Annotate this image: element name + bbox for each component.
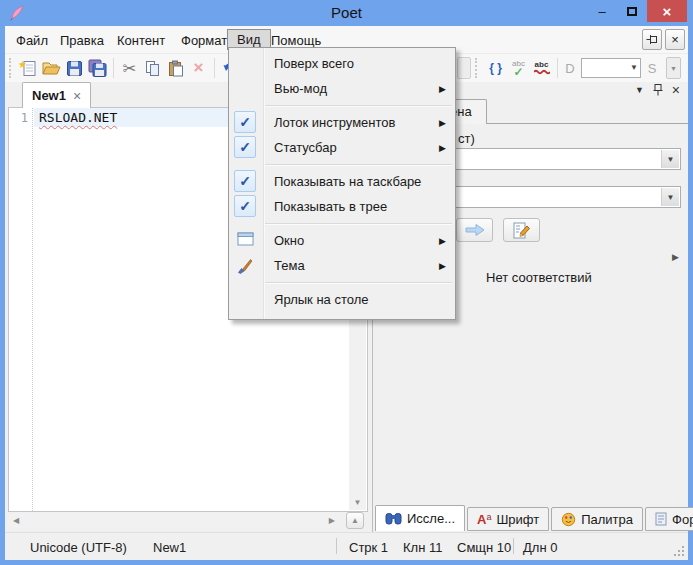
horizontal-scrollbar[interactable]: ◀ ▶	[9, 512, 339, 529]
tab-format[interactable]: Формат	[645, 507, 693, 531]
combo-arrow-icon[interactable]: ▼	[661, 188, 679, 206]
new-file-button[interactable]: ★	[17, 56, 40, 80]
menu-item-topmost[interactable]: Поверх всего	[229, 51, 455, 76]
panel-pin-icon[interactable]	[653, 84, 663, 96]
menu-item-label: Показывать на таскбаре	[274, 174, 421, 189]
toolbar-button-partial[interactable]	[457, 57, 471, 79]
delete-icon: ×	[194, 58, 204, 78]
menu-separator	[265, 164, 452, 165]
scroll-left-icon[interactable]: ◀	[13, 513, 19, 528]
submenu-arrow-icon: ▶	[439, 118, 446, 128]
arrow-right-icon	[464, 223, 486, 237]
resize-grip[interactable]	[673, 545, 685, 557]
s-button[interactable]: S	[644, 56, 660, 80]
status-offset: Смщн 10	[457, 540, 511, 555]
tab-close-icon[interactable]: ×	[73, 88, 81, 104]
menu-separator	[265, 223, 452, 224]
menu-item-show-taskbar[interactable]: ✓ Показывать на таскбаре	[229, 169, 455, 194]
menu-item-desktop-shortcut[interactable]: Ярлык на столе	[229, 287, 455, 312]
toolbar-grip[interactable]	[9, 58, 14, 78]
editor-text[interactable]: RSLOAD.NET	[39, 110, 117, 125]
scroll-right-icon[interactable]: ▶	[329, 513, 335, 528]
submenu-arrow-icon: ▶	[439, 143, 446, 153]
scroll-down-icon[interactable]: ▼	[354, 495, 362, 510]
menu-item-label: Тема	[274, 258, 305, 273]
submenu-arrow-icon: ▶	[439, 236, 446, 246]
submenu-arrow-icon: ▶	[439, 261, 446, 271]
tab-explore[interactable]: Иссле...	[375, 505, 465, 531]
pin-panel-button[interactable]	[642, 29, 662, 50]
save-button[interactable]	[63, 56, 86, 80]
save-icon	[66, 60, 83, 77]
open-file-button[interactable]	[40, 56, 63, 80]
brush-icon	[237, 258, 253, 274]
edit-options-button[interactable]	[503, 218, 540, 242]
menu-item-window[interactable]: Окно ▶	[229, 228, 455, 253]
copy-button[interactable]	[141, 56, 164, 80]
panel-close-icon[interactable]: ×	[672, 85, 680, 95]
paste-icon	[167, 60, 184, 77]
document-tab[interactable]: New1 ×	[22, 82, 91, 108]
split-icon: ▲	[351, 516, 359, 525]
expander-icon[interactable]: ▶	[672, 252, 679, 262]
checkmark-icon: ✓	[234, 111, 256, 133]
menu-item-statusbar[interactable]: ✓ Статусбар ▶	[229, 135, 455, 160]
menu-item-label: Поверх всего	[274, 56, 354, 71]
app-window: Poet – × Файл Правка Контент Формат Вид …	[0, 0, 693, 565]
menu-file[interactable]: Файл	[12, 31, 52, 50]
spellcheck-button[interactable]: abc	[530, 56, 553, 80]
menu-item-label: Лоток инструментов	[274, 115, 395, 130]
menu-edit[interactable]: Правка	[56, 31, 108, 50]
paste-button[interactable]	[164, 56, 187, 80]
toolbar-grip[interactable]	[475, 58, 480, 78]
menu-item-label: Вью-мод	[274, 81, 327, 96]
maximize-button[interactable]	[617, 0, 647, 22]
save-all-button[interactable]	[86, 56, 109, 80]
close-panel-button[interactable]: ×	[665, 29, 685, 50]
menu-item-label: Окно	[274, 233, 304, 248]
menu-item-viewmode[interactable]: Вью-мод ▶	[229, 76, 455, 101]
menu-item-show-tray[interactable]: ✓ Показывать в трее	[229, 194, 455, 219]
menu-item-label: Показывать в трее	[274, 199, 387, 214]
tab-font[interactable]: Aa Шрифт	[467, 507, 549, 531]
braces-button[interactable]: { }	[484, 56, 507, 80]
panel-bottom-tabs: Иссле... Aa Шрифт Палитра	[375, 505, 693, 531]
dictionary-combobox[interactable]: ▼	[581, 58, 641, 78]
line-number: 1	[21, 111, 28, 125]
dictionary-button[interactable]: D	[562, 56, 578, 80]
font-icon: Aa	[477, 512, 491, 527]
find-next-button[interactable]	[456, 218, 493, 242]
menu-format[interactable]: Формат	[177, 31, 231, 50]
splitter-button[interactable]: ▲	[346, 512, 364, 529]
overflow-icon: ▼	[670, 65, 677, 72]
minimize-button[interactable]: –	[587, 0, 617, 22]
svg-text:★: ★	[19, 59, 27, 70]
maximize-icon	[627, 7, 637, 16]
open-folder-icon	[42, 60, 61, 76]
menu-item-tooltray[interactable]: ✓ Лоток инструментов ▶	[229, 110, 455, 135]
document-edit-icon	[512, 222, 532, 239]
spellcheck-icon: abc	[534, 61, 550, 75]
titlebar[interactable]: Poet – ×	[0, 0, 693, 26]
menu-item-theme[interactable]: Тема ▶	[229, 253, 455, 278]
cut-button[interactable]: ✂	[118, 56, 141, 80]
checkmark-icon: ✓	[234, 170, 256, 192]
window-icon	[237, 232, 254, 246]
toolbar-right-group: { } abc ✓ abc D ▼	[457, 56, 681, 80]
menu-content[interactable]: Контент	[113, 31, 169, 50]
delete-button[interactable]: ×	[187, 56, 210, 80]
close-button[interactable]: ×	[647, 0, 687, 22]
s-label: S	[648, 61, 657, 76]
save-all-icon	[88, 59, 107, 77]
copy-icon	[144, 60, 161, 77]
panel-menu-icon[interactable]: ▼	[635, 85, 644, 95]
menu-separator	[265, 105, 452, 106]
palette-icon	[561, 512, 576, 527]
combo-arrow-icon[interactable]: ▼	[661, 150, 679, 168]
status-separator	[336, 538, 337, 554]
cut-icon: ✂	[123, 59, 136, 78]
status-separator	[513, 538, 514, 554]
tab-palette[interactable]: Палитра	[551, 507, 643, 531]
toolbar-overflow-button[interactable]: ▼	[666, 57, 681, 79]
spellcheck-ok-button[interactable]: abc ✓	[507, 56, 530, 80]
